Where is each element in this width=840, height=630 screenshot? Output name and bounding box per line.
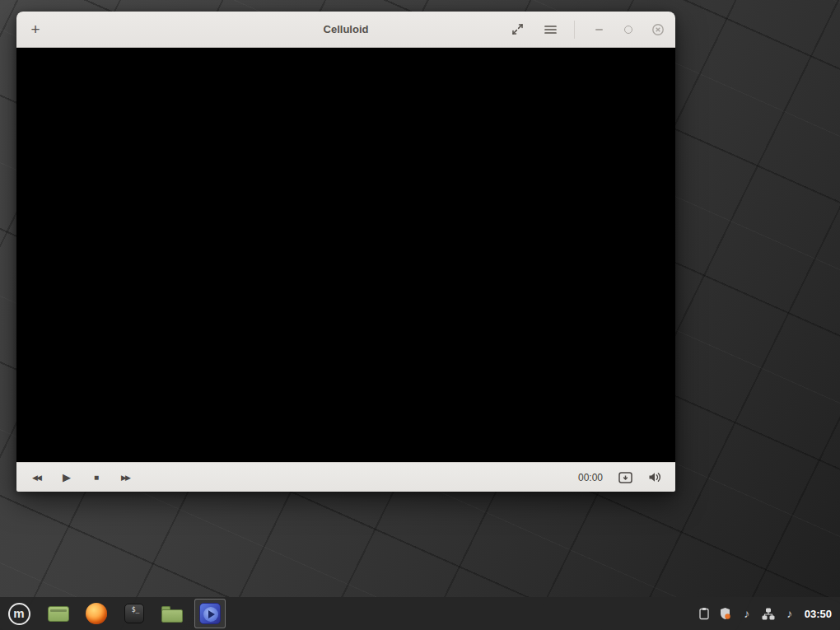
clipboard-icon: [698, 607, 710, 620]
forward-button[interactable]: ▶▶: [114, 466, 138, 489]
show-desktop-launcher[interactable]: [43, 599, 74, 628]
rewind-icon: ◀◀: [32, 474, 42, 482]
mint-logo-letter: m: [13, 607, 24, 619]
forward-icon: ▶▶: [121, 474, 131, 482]
celluloid-window: + Celluloid: [16, 12, 675, 492]
plus-icon: +: [30, 21, 40, 37]
files-launcher[interactable]: [156, 599, 188, 628]
video-area[interactable]: [16, 48, 675, 462]
playlist-toggle-button[interactable]: [613, 466, 637, 489]
shield-icon: [719, 607, 731, 620]
titlebar-separator: [574, 21, 575, 39]
volume-icon: [648, 471, 662, 483]
maximize-icon: [624, 26, 632, 34]
minimize-icon: [595, 29, 603, 30]
firefox-launcher[interactable]: [81, 599, 112, 628]
celluloid-icon: [199, 603, 221, 624]
terminal-launcher[interactable]: $_: [119, 599, 150, 628]
firefox-icon: [86, 603, 107, 624]
stop-button[interactable]: ■: [84, 466, 109, 489]
network-icon: [762, 608, 775, 620]
folder-icon: [161, 605, 183, 623]
open-file-button[interactable]: +: [23, 17, 48, 42]
play-button[interactable]: ▶: [54, 466, 79, 489]
desktop-wallpaper: + Celluloid: [0, 0, 840, 630]
hamburger-menu-icon: [544, 25, 557, 35]
celluloid-taskbar-button[interactable]: [194, 599, 226, 628]
fullscreen-icon: [511, 23, 524, 35]
stop-icon: ■: [94, 473, 99, 482]
close-icon: [651, 23, 665, 36]
play-icon: ▶: [63, 471, 71, 483]
network-tray-button[interactable]: [758, 602, 778, 625]
sound-tray-button[interactable]: ♪: [780, 602, 800, 625]
update-shield-tray-button[interactable]: [716, 602, 735, 625]
mint-logo-icon: m: [8, 603, 30, 625]
mint-menu-button[interactable]: m: [5, 600, 33, 628]
close-button[interactable]: [647, 19, 669, 40]
titlebar[interactable]: + Celluloid: [16, 12, 675, 48]
maximize-button[interactable]: [618, 19, 639, 40]
music-note-icon: ♪: [786, 608, 792, 619]
clipboard-tray-button[interactable]: [694, 602, 714, 625]
fullscreen-button[interactable]: [505, 17, 530, 42]
volume-button[interactable]: [642, 466, 667, 489]
menu-button[interactable]: [538, 17, 562, 42]
minimize-button[interactable]: [588, 19, 609, 40]
music-note-icon: ♪: [744, 608, 749, 619]
playback-controlbar: ◀◀ ▶ ■ ▶▶ 00:00: [16, 462, 675, 492]
clock[interactable]: 03:50: [805, 608, 832, 620]
show-desktop-icon: [48, 606, 69, 622]
time-position: 00:00: [578, 472, 603, 483]
taskbar: m $_: [0, 597, 840, 630]
terminal-icon: $_: [124, 604, 144, 623]
system-tray: ♪ ♪ 03:50: [693, 602, 835, 625]
playlist-icon: [618, 472, 632, 483]
rewind-button[interactable]: ◀◀: [25, 466, 49, 489]
media-player-tray-button[interactable]: ♪: [737, 602, 757, 625]
